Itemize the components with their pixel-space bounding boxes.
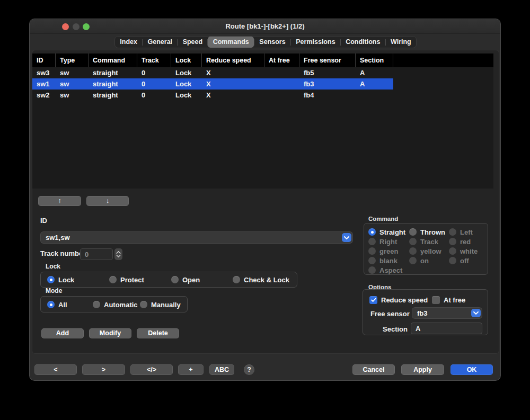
cell-command: straight (89, 78, 137, 90)
section-field[interactable]: A (411, 323, 482, 334)
delete-button[interactable]: Delete (137, 328, 179, 338)
radio-open[interactable]: Open (171, 275, 200, 284)
cell-at-free (264, 78, 299, 90)
tab-permissions[interactable]: Permissions (291, 37, 340, 48)
cell-lock: Lock (171, 90, 202, 101)
cancel-button[interactable]: Cancel (352, 364, 395, 375)
cell-reduce-speed: X (202, 90, 264, 101)
radio-straight[interactable]: Straight (368, 227, 409, 237)
radio-yellow: yellow (409, 246, 449, 256)
cell-section: A (356, 78, 393, 90)
radio-left: Left (449, 227, 488, 237)
cell-section (356, 90, 393, 101)
at-free-checkbox[interactable]: At free (432, 295, 465, 305)
radio-selected-icon (47, 301, 55, 308)
radio-icon (409, 238, 417, 245)
col-header-track: Track (137, 53, 171, 67)
free-sensor-dropdown[interactable]: fb3 (412, 307, 482, 319)
checkbox-checked-icon (369, 296, 377, 304)
col-header-at-free: At free (264, 53, 299, 67)
radio-thrown[interactable]: Thrown (409, 227, 449, 237)
radio-manually[interactable]: Manually (140, 300, 181, 309)
tab-commands[interactable]: Commands (208, 37, 254, 48)
next-button[interactable]: > (82, 364, 125, 375)
tab-conditions[interactable]: Conditions (341, 37, 385, 48)
radio-check-and-lock[interactable]: Check & Lock (233, 275, 289, 284)
table-row-sw3[interactable]: sw3 sw straight 0 Lock X fb5 A (32, 67, 493, 78)
cell-lock: Lock (171, 78, 202, 90)
tab-bar: Index General Speed Commands Sensors Per… (114, 36, 417, 48)
cell-track: 0 (137, 78, 171, 90)
cell-id: sw3 (32, 67, 56, 78)
tab-index[interactable]: Index (115, 37, 142, 48)
table-row-sw1-selected[interactable]: sw1 sw straight 0 Lock X fb3 A (32, 78, 493, 90)
chevron-down-icon[interactable] (342, 233, 351, 242)
move-down-button[interactable]: ↓ (86, 196, 129, 206)
radio-blank: blank (368, 256, 409, 265)
radio-icon (368, 238, 376, 245)
code-button[interactable]: </> (130, 364, 173, 375)
commands-table: ID Type Command Track Lock Reduce speed … (32, 53, 493, 189)
modify-button[interactable]: Modify (89, 328, 131, 338)
tab-wiring[interactable]: Wiring (386, 37, 416, 48)
radio-all[interactable]: All (47, 300, 67, 309)
add-button[interactable]: Add (41, 328, 84, 338)
ok-button[interactable]: OK (450, 364, 493, 375)
cell-section: A (356, 67, 393, 78)
radio-on: on (409, 256, 449, 265)
reduce-speed-checkbox[interactable]: Reduce speed (369, 295, 428, 305)
abc-button[interactable]: ABC (209, 364, 234, 375)
cell-type: sw (56, 90, 89, 101)
track-number-field[interactable]: 0 (80, 248, 113, 260)
radio-lock[interactable]: Lock (47, 275, 74, 284)
plus-button[interactable]: + (178, 364, 204, 375)
cell-at-free (264, 90, 299, 101)
prev-button[interactable]: < (34, 364, 77, 375)
cell-filler (393, 78, 493, 90)
radio-track: Track (409, 237, 449, 246)
col-header-lock: Lock (171, 53, 202, 67)
cell-lock: Lock (171, 67, 202, 78)
radio-icon (409, 247, 417, 255)
cell-reduce-speed: X (202, 78, 264, 90)
radio-icon (171, 276, 179, 283)
title-bar[interactable]: Route [bk1-]-[bk2+] (1/2) (30, 19, 500, 34)
radio-icon (368, 257, 376, 264)
tab-sensors[interactable]: Sensors (254, 37, 290, 48)
radio-icon (368, 266, 376, 274)
id-label: ID (40, 217, 47, 225)
col-header-section: Section (356, 53, 393, 67)
stepper-down-icon (116, 255, 121, 257)
cell-free-sensor: fb5 (299, 67, 356, 78)
radio-white: white (449, 246, 488, 256)
free-sensor-label: Free sensor (370, 310, 410, 318)
col-header-filler (393, 53, 493, 67)
table-row-sw2[interactable]: sw2 sw straight 0 Lock X fb4 (32, 90, 493, 101)
section-label: Section (383, 325, 408, 333)
col-header-id: ID (32, 53, 56, 67)
radio-icon (449, 238, 456, 245)
radio-selected-icon (47, 276, 55, 283)
tab-general[interactable]: General (143, 37, 177, 48)
track-number-stepper[interactable] (114, 248, 122, 260)
radio-icon (449, 247, 456, 255)
tab-speed[interactable]: Speed (178, 37, 207, 48)
cell-at-free (264, 67, 299, 78)
options-group-box: Reduce speed At free Free sensor fb3 Sec… (363, 289, 488, 335)
radio-icon (449, 257, 456, 264)
radio-automatic[interactable]: Automatic (93, 300, 138, 309)
cell-filler (393, 67, 493, 78)
radio-icon (409, 228, 417, 236)
move-up-button[interactable]: ↑ (38, 196, 81, 206)
cell-type: sw (56, 67, 89, 78)
chevron-down-icon[interactable] (471, 309, 481, 317)
radio-protect[interactable]: Protect (109, 275, 144, 284)
command-group-box: Straight Thrown Left Right Track (364, 223, 488, 275)
radio-right: Right (368, 237, 409, 246)
apply-button[interactable]: Apply (401, 364, 444, 375)
help-button[interactable]: ? (244, 364, 254, 375)
id-combobox[interactable]: sw1,sw (40, 231, 353, 244)
radio-icon (449, 228, 456, 236)
radio-green: green (368, 246, 409, 256)
route-dialog-window: Route [bk1-]-[bk2+] (1/2) Index General … (29, 19, 501, 381)
